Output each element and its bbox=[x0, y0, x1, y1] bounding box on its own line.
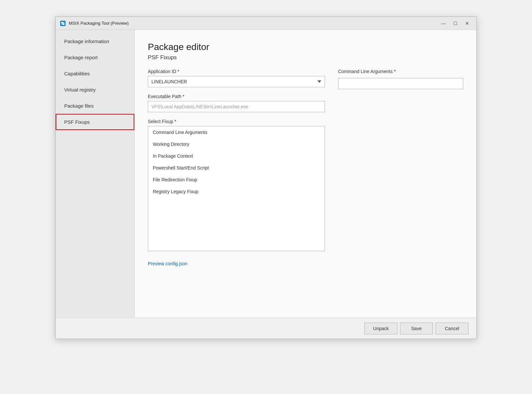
close-button[interactable]: ✕ bbox=[462, 19, 472, 28]
main-window: MSIX Packaging Tool (Preview) — ☐ ✕ Pack… bbox=[55, 16, 477, 339]
unpack-button[interactable]: Unpack bbox=[364, 323, 397, 334]
cancel-button[interactable]: Cancel bbox=[436, 323, 468, 334]
maximize-button[interactable]: ☐ bbox=[450, 19, 461, 28]
command-line-args-input[interactable] bbox=[338, 78, 463, 89]
right-panel: Command Line Arguments * bbox=[338, 69, 463, 311]
minimize-button[interactable]: — bbox=[438, 19, 449, 28]
page-title: Package editor bbox=[148, 42, 463, 52]
fixup-item-registry-legacy[interactable]: Registry Legacy Fixup bbox=[148, 186, 325, 197]
sidebar-item-capabilities[interactable]: Capabilities bbox=[56, 66, 134, 82]
select-fixup-label: Select Fixup * bbox=[148, 119, 325, 124]
svg-rect-3 bbox=[61, 23, 63, 25]
executable-path-input[interactable] bbox=[148, 101, 325, 112]
application-id-group: Application ID * LINELAUNCHER bbox=[148, 69, 325, 87]
fixup-item-in-package[interactable]: In Package Context bbox=[148, 150, 325, 162]
svg-rect-1 bbox=[61, 22, 63, 23]
title-bar: MSIX Packaging Tool (Preview) — ☐ ✕ bbox=[56, 17, 476, 30]
sidebar-item-package-information[interactable]: Package information bbox=[56, 33, 134, 49]
application-id-label: Application ID * bbox=[148, 69, 325, 74]
section-title: PSF Fixups bbox=[148, 54, 463, 61]
command-line-args-group: Command Line Arguments * bbox=[338, 69, 463, 89]
application-id-select[interactable]: LINELAUNCHER bbox=[148, 76, 325, 87]
select-fixup-group: Select Fixup * Command Line Arguments Wo… bbox=[148, 119, 325, 251]
sidebar-item-virtual-registry[interactable]: Virtual registry bbox=[56, 82, 134, 98]
content-area: Application ID * LINELAUNCHER Executable… bbox=[148, 69, 463, 311]
executable-path-label: Executable Path * bbox=[148, 94, 325, 99]
executable-path-group: Executable Path * bbox=[148, 94, 325, 112]
fixup-item-command-line[interactable]: Command Line Arguments bbox=[148, 126, 325, 138]
command-line-args-label: Command Line Arguments * bbox=[338, 69, 463, 74]
preview-config-link[interactable]: Preview config.json bbox=[148, 261, 325, 266]
footer: Unpack Save Cancel bbox=[56, 318, 476, 339]
window-controls: — ☐ ✕ bbox=[438, 19, 472, 28]
svg-rect-4 bbox=[63, 22, 65, 23]
fixup-item-working-dir[interactable]: Working Directory bbox=[148, 138, 325, 150]
svg-rect-2 bbox=[63, 23, 65, 25]
save-button[interactable]: Save bbox=[400, 323, 433, 334]
main-content: Package editor PSF Fixups Application ID… bbox=[135, 30, 476, 318]
fixup-item-file-redirection[interactable]: File Redirection Fixup bbox=[148, 174, 325, 186]
app-icon bbox=[60, 20, 66, 27]
window-body: Package information Package report Capab… bbox=[56, 30, 476, 318]
window-title: MSIX Packaging Tool (Preview) bbox=[69, 21, 438, 26]
sidebar-item-package-files[interactable]: Package files bbox=[56, 98, 134, 114]
sidebar: Package information Package report Capab… bbox=[56, 30, 135, 318]
fixup-list: Command Line Arguments Working Directory… bbox=[148, 126, 325, 251]
sidebar-item-psf-fixups[interactable]: PSF Fixups bbox=[56, 114, 134, 130]
sidebar-item-package-report[interactable]: Package report bbox=[56, 49, 134, 66]
fixup-item-powershell[interactable]: Powershell Start/End Script bbox=[148, 162, 325, 174]
left-panel: Application ID * LINELAUNCHER Executable… bbox=[148, 69, 325, 311]
